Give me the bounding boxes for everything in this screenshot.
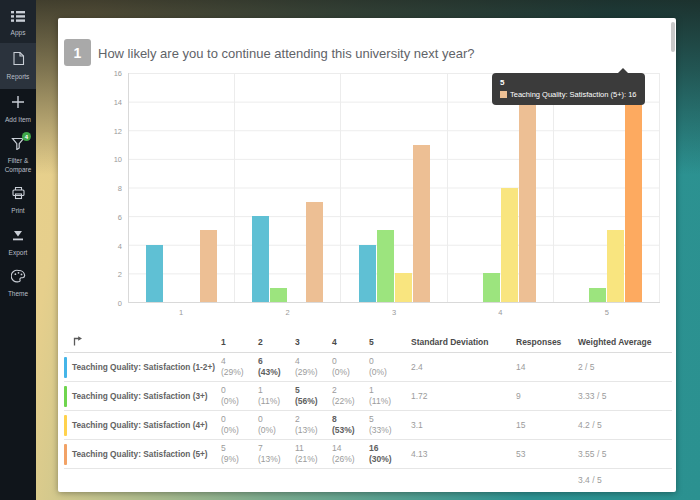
y-tick: 12 bbox=[114, 126, 122, 135]
scrollbar-thumb[interactable] bbox=[671, 22, 675, 52]
bar-group-2 bbox=[235, 73, 341, 302]
col-header: 1 bbox=[221, 337, 258, 347]
y-tick: 14 bbox=[114, 97, 122, 106]
apps-icon bbox=[11, 8, 25, 26]
add-item-icon bbox=[11, 95, 25, 113]
count-cell: 1(11%) bbox=[369, 385, 411, 407]
bar-group-3 bbox=[341, 73, 447, 302]
chart-tooltip: 5 Teaching Quality: Satisfaction (5+): 1… bbox=[492, 73, 645, 105]
table-footer-row: 3.4 / 5 bbox=[64, 469, 672, 491]
bar[interactable] bbox=[359, 245, 376, 302]
bar[interactable] bbox=[146, 245, 163, 302]
count-cell: 14(26%) bbox=[332, 443, 369, 465]
sidebar-item-apps[interactable]: Apps bbox=[0, 0, 36, 43]
row-label: Teaching Quality: Satisfaction (4+) bbox=[72, 420, 208, 430]
bar-group-5 bbox=[554, 73, 660, 302]
bar[interactable] bbox=[306, 202, 323, 302]
sort-icon[interactable] bbox=[72, 335, 83, 348]
count-cell: 0(0%) bbox=[332, 356, 369, 378]
weighted-average-cell: 4.2 / 5 bbox=[578, 420, 672, 430]
tooltip-title: 5 bbox=[500, 78, 637, 87]
tooltip-swatch bbox=[500, 91, 507, 98]
bar[interactable] bbox=[483, 273, 500, 302]
bar[interactable] bbox=[395, 273, 412, 302]
col-header: 4 bbox=[332, 337, 369, 347]
bar[interactable] bbox=[270, 288, 287, 302]
y-tick: 8 bbox=[118, 184, 122, 193]
sidebar-item-label: Apps bbox=[11, 29, 26, 37]
sidebar-item-label: Print bbox=[11, 207, 24, 215]
overall-weighted-average: 3.4 / 5 bbox=[578, 475, 672, 485]
x-axis-labels: 12345 bbox=[128, 308, 660, 317]
weighted-average-cell: 2 / 5 bbox=[578, 362, 672, 372]
count-cell: 5(33%) bbox=[369, 414, 411, 436]
count-cell: 5(56%) bbox=[295, 385, 332, 407]
y-tick: 4 bbox=[118, 241, 122, 250]
bar-group-1 bbox=[129, 73, 235, 302]
sidebar-item-reports[interactable]: Reports bbox=[0, 43, 36, 88]
sidebar-item-label: Filter & Compare bbox=[1, 157, 35, 174]
std-deviation-cell: 3.1 bbox=[411, 420, 516, 430]
bar[interactable] bbox=[252, 216, 269, 302]
chart-plot bbox=[128, 73, 660, 303]
col-header: Standard Deviation bbox=[411, 337, 516, 347]
sidebar-item-filter-compare[interactable]: 4 Filter & Compare bbox=[0, 130, 36, 180]
sidebar-item-theme[interactable]: Theme bbox=[0, 263, 36, 304]
bar[interactable] bbox=[501, 188, 518, 303]
row-accent-bar bbox=[64, 357, 67, 378]
col-header: 2 bbox=[258, 337, 295, 347]
responses-cell: 9 bbox=[516, 391, 578, 401]
bar[interactable] bbox=[589, 288, 606, 302]
count-cell: 6(43%) bbox=[258, 356, 295, 378]
count-cell: 0(0%) bbox=[258, 414, 295, 436]
bar[interactable] bbox=[607, 230, 624, 302]
x-tick: 4 bbox=[447, 308, 553, 317]
x-tick: 1 bbox=[128, 308, 234, 317]
theme-icon bbox=[11, 269, 26, 287]
sidebar-item-label: Export bbox=[9, 249, 28, 257]
count-cell: 11(21%) bbox=[295, 443, 332, 465]
export-icon bbox=[11, 228, 25, 246]
count-cell: 8(53%) bbox=[332, 414, 369, 436]
count-cell: 2(22%) bbox=[332, 385, 369, 407]
question-number-badge: 1 bbox=[64, 39, 91, 66]
results-table: 1 2 3 4 5 Standard Deviation Responses W… bbox=[64, 331, 672, 491]
report-card: 1 How likely are you to continue attendi… bbox=[58, 18, 676, 492]
count-cell: 4(29%) bbox=[221, 356, 258, 378]
responses-cell: 53 bbox=[516, 449, 578, 459]
responses-cell: 14 bbox=[516, 362, 578, 372]
row-label: Teaching Quality: Satisfaction (3+) bbox=[72, 391, 208, 401]
bar[interactable] bbox=[625, 73, 642, 302]
std-deviation-cell: 1.72 bbox=[411, 391, 516, 401]
col-header: Responses bbox=[516, 337, 578, 347]
y-tick: 16 bbox=[114, 69, 122, 78]
count-cell: 4(29%) bbox=[295, 356, 332, 378]
filter-badge: 4 bbox=[22, 132, 31, 141]
reports-icon bbox=[12, 51, 25, 70]
row-accent-bar bbox=[64, 444, 67, 465]
row-accent-bar bbox=[64, 415, 67, 436]
sidebar-item-add-item[interactable]: Add Item bbox=[0, 89, 36, 130]
col-header: 3 bbox=[295, 337, 332, 347]
count-cell: 1(11%) bbox=[258, 385, 295, 407]
count-cell: 16(30%) bbox=[369, 443, 411, 465]
count-cell: 0(0%) bbox=[221, 385, 258, 407]
bar[interactable] bbox=[519, 102, 536, 302]
table-row: Teaching Quality: Satisfaction (4+)0(0%)… bbox=[64, 411, 672, 440]
print-icon bbox=[11, 186, 26, 204]
y-axis-labels: 0246810121416 bbox=[108, 73, 124, 303]
col-header: 5 bbox=[369, 337, 411, 347]
bar[interactable] bbox=[413, 145, 430, 302]
sidebar-item-print[interactable]: Print bbox=[0, 180, 36, 221]
count-cell: 7(13%) bbox=[258, 443, 295, 465]
weighted-average-cell: 3.33 / 5 bbox=[578, 391, 672, 401]
x-tick: 5 bbox=[554, 308, 660, 317]
row-accent-bar bbox=[64, 386, 67, 407]
bar[interactable] bbox=[200, 230, 217, 302]
bar[interactable] bbox=[377, 230, 394, 302]
sidebar-item-export[interactable]: Export bbox=[0, 222, 36, 263]
tooltip-label: Teaching Quality: Satisfaction (5+): 16 bbox=[510, 90, 637, 99]
question-title: How likely are you to continue attending… bbox=[98, 46, 474, 61]
col-header: Weighted Average bbox=[578, 337, 672, 347]
y-tick: 2 bbox=[118, 270, 122, 279]
